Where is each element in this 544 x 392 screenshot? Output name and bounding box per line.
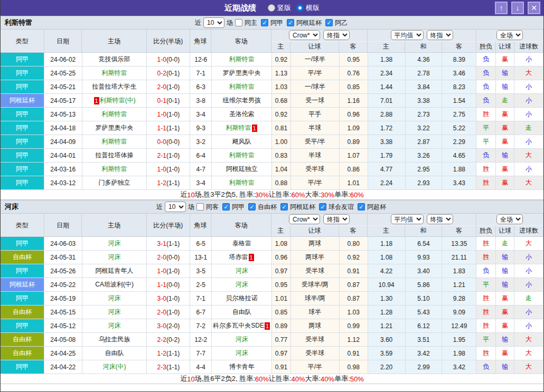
away-team-name[interactable]: 河床 bbox=[236, 280, 248, 289]
home-team[interactable]: 河床 bbox=[82, 237, 147, 250]
home-team-name[interactable]: CA坦波利(中) bbox=[95, 280, 134, 289]
close-button[interactable]: ✕ bbox=[528, 2, 540, 14]
away-team-name[interactable]: 河床 bbox=[236, 266, 248, 275]
home-team[interactable]: CA坦波利(中) bbox=[82, 278, 147, 291]
home-team-name[interactable]: 河床 bbox=[108, 294, 121, 303]
away-team-name[interactable]: 贝尔格拉诺 bbox=[226, 294, 258, 303]
crow-select[interactable]: Crow* bbox=[289, 214, 320, 224]
away-team[interactable]: 利斯特雷 bbox=[212, 53, 272, 66]
home-team-name[interactable]: 河床(中) bbox=[103, 362, 126, 371]
home-team-name[interactable]: 利斯特雷 bbox=[102, 69, 127, 78]
away-team[interactable]: 利斯特雷 bbox=[212, 80, 272, 93]
home-team[interactable]: 河床(中) bbox=[82, 360, 147, 374]
away-team[interactable]: 河床 bbox=[212, 264, 272, 278]
home-team-name[interactable]: 利斯特雷 bbox=[102, 165, 127, 174]
avg-select[interactable]: 平均值 bbox=[391, 30, 424, 40]
home-team[interactable]: 自由队 bbox=[82, 347, 147, 360]
radio-unselected-icon[interactable] bbox=[268, 4, 275, 12]
away-team[interactable]: 自由队 bbox=[212, 305, 272, 319]
league-checkbox[interactable]: ✓ bbox=[319, 203, 326, 211]
home-team-name[interactable]: 阿根廷青年人 bbox=[96, 266, 134, 275]
away-team[interactable]: 泰格雷 bbox=[212, 237, 272, 250]
away-team[interactable]: 利斯特雷1 bbox=[212, 121, 272, 135]
home-team[interactable]: 1利斯特雷(中) bbox=[82, 94, 147, 107]
away-team-name[interactable]: 科尔多瓦中央SDE bbox=[213, 321, 264, 330]
avg-select[interactable]: 平均值 bbox=[391, 214, 424, 224]
crow-final-select[interactable]: 终指 bbox=[323, 30, 350, 40]
home-team[interactable]: 利斯特雷 bbox=[82, 135, 147, 148]
avg-final-select[interactable]: 终指 bbox=[427, 30, 453, 40]
home-team-name[interactable]: 利斯特雷 bbox=[102, 110, 127, 119]
league-checkbox[interactable]: ✓ bbox=[222, 203, 230, 211]
league-checkbox[interactable]: ✓ bbox=[325, 19, 333, 26]
away-team-name[interactable]: 河床 bbox=[236, 349, 248, 358]
away-team-name[interactable]: 利斯特雷 bbox=[229, 178, 255, 187]
away-team[interactable]: 河床 bbox=[212, 347, 272, 360]
home-team[interactable]: 乌拉圭民族 bbox=[82, 333, 147, 346]
home-team-name[interactable]: 自由队 bbox=[105, 349, 124, 358]
away-team[interactable]: 利斯特雷 bbox=[212, 149, 272, 162]
home-team-name[interactable]: 利斯特雷 bbox=[102, 137, 127, 146]
scope-select[interactable]: 全场 bbox=[496, 30, 523, 40]
away-team[interactable]: 飓风队 bbox=[212, 135, 272, 148]
away-team-name[interactable]: 阿根廷独立 bbox=[226, 165, 258, 174]
home-team-name[interactable]: 利斯特雷(中) bbox=[100, 96, 136, 105]
near-count-select[interactable]: 10 bbox=[165, 202, 186, 212]
layout-radio-vertical[interactable]: 竖版 bbox=[268, 3, 291, 13]
league-checkbox[interactable]: ✓ bbox=[280, 203, 288, 211]
home-team[interactable]: 阿根廷青年人 bbox=[82, 264, 147, 278]
layout-radio-horizontal[interactable]: 横版 bbox=[296, 3, 320, 13]
home-team-name[interactable]: 门多萨独立 bbox=[99, 178, 130, 187]
away-team-name[interactable]: 纽维尔老男孩 bbox=[223, 96, 261, 105]
home-team-name[interactable]: 罗萨里奥中央 bbox=[96, 123, 134, 132]
away-team-name[interactable]: 利斯特雷 bbox=[229, 55, 255, 64]
home-team[interactable]: 竞技俱乐部 bbox=[82, 53, 147, 66]
home-team[interactable]: 河床 bbox=[82, 251, 147, 264]
league-checkbox[interactable]: ✓ bbox=[261, 19, 268, 26]
away-team[interactable]: 纽维尔老男孩 bbox=[212, 94, 272, 107]
away-team[interactable]: 塔赤雷1 bbox=[212, 251, 272, 264]
away-team-name[interactable]: 罗萨里奥中央 bbox=[223, 69, 261, 78]
near-count-select[interactable]: 10 bbox=[203, 17, 224, 28]
radio-selected-icon[interactable] bbox=[296, 4, 304, 12]
move-up-button[interactable]: ↑ bbox=[495, 2, 508, 14]
home-team[interactable]: 罗萨里奥中央 bbox=[82, 121, 147, 135]
home-team-name[interactable]: 河床 bbox=[108, 308, 121, 317]
away-team-name[interactable]: 自由队 bbox=[232, 308, 251, 317]
home-team-name[interactable]: 拉普拉塔大学生 bbox=[92, 82, 137, 91]
home-team[interactable]: 河床 bbox=[82, 319, 147, 332]
home-team[interactable]: 利斯特雷 bbox=[82, 162, 147, 176]
home-team-name[interactable]: 河床 bbox=[108, 253, 121, 262]
move-down-button[interactable]: ↓ bbox=[511, 2, 524, 14]
away-team-name[interactable]: 飓风队 bbox=[232, 137, 251, 146]
away-team-name[interactable]: 利斯特雷 bbox=[229, 151, 255, 160]
same-venue-checkbox[interactable] bbox=[196, 203, 204, 211]
avg-final-select[interactable]: 终指 bbox=[427, 214, 453, 224]
away-team[interactable]: 博卡青年 bbox=[212, 360, 272, 374]
away-team-name[interactable]: 利斯特雷 bbox=[229, 82, 255, 91]
away-team[interactable]: 阿根廷独立 bbox=[212, 162, 272, 176]
away-team[interactable]: 圣洛伦索 bbox=[212, 108, 272, 121]
home-team[interactable]: 门多萨独立 bbox=[82, 176, 147, 189]
home-team-name[interactable]: 乌拉圭民族 bbox=[99, 335, 130, 344]
away-team[interactable]: 利斯特雷 bbox=[212, 176, 272, 189]
league-checkbox[interactable]: ✓ bbox=[248, 203, 256, 211]
crow-select[interactable]: Crow* bbox=[289, 30, 320, 40]
home-team[interactable]: 拉普拉塔体操 bbox=[82, 149, 147, 162]
away-team[interactable]: 科尔多瓦中央SDE1 bbox=[212, 319, 272, 332]
away-team-name[interactable]: 塔赤雷 bbox=[229, 253, 248, 262]
scope-select[interactable]: 全场 bbox=[496, 214, 523, 224]
home-team[interactable]: 利斯特雷 bbox=[82, 66, 147, 80]
league-checkbox[interactable]: ✓ bbox=[358, 203, 365, 211]
league-checkbox[interactable]: ✓ bbox=[287, 19, 294, 26]
away-team-name[interactable]: 河床 bbox=[236, 335, 248, 344]
crow-final-select[interactable]: 终指 bbox=[323, 214, 350, 224]
home-team-name[interactable]: 拉普拉塔体操 bbox=[96, 151, 134, 160]
home-team[interactable]: 河床 bbox=[82, 305, 147, 319]
away-team-name[interactable]: 泰格雷 bbox=[232, 239, 251, 248]
away-team[interactable]: 罗萨里奥中央 bbox=[212, 66, 272, 80]
home-team-name[interactable]: 竞技俱乐部 bbox=[99, 55, 130, 64]
home-team-name[interactable]: 河床 bbox=[108, 321, 121, 330]
home-team[interactable]: 河床 bbox=[82, 292, 147, 305]
away-team[interactable]: 贝尔格拉诺 bbox=[212, 292, 272, 305]
